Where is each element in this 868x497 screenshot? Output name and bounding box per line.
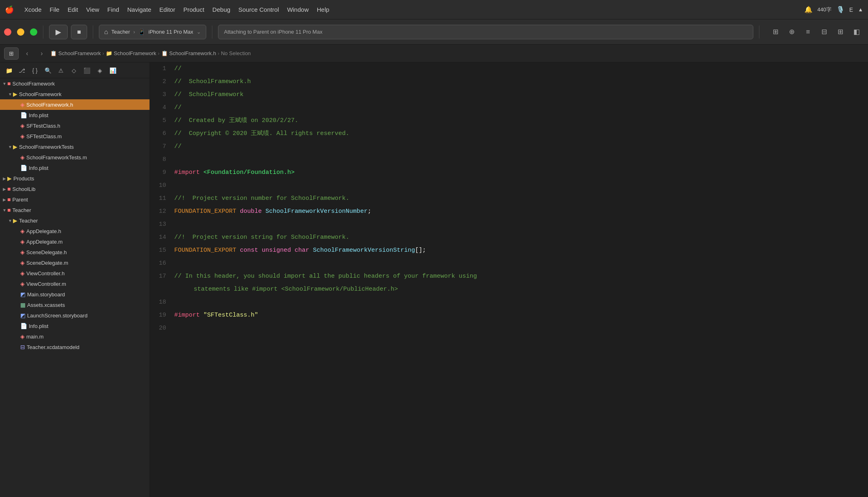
search-toolbar-button[interactable]: ⊕ bbox=[785, 25, 799, 39]
tree-appdelegate-h[interactable]: ◈ AppDelegate.h bbox=[0, 226, 150, 236]
tree-sftestclass-h[interactable]: ◈ SFTestClass.h bbox=[0, 120, 150, 131]
menu-edit[interactable]: Edit bbox=[64, 4, 82, 15]
fullscreen-button[interactable] bbox=[30, 28, 37, 36]
tree-schoolframeworktests[interactable]: ▼ ▶ SchoolFrameworkTests bbox=[0, 141, 150, 152]
menu-file[interactable]: File bbox=[46, 4, 64, 15]
menu-debug[interactable]: Debug bbox=[208, 4, 234, 15]
tree-assets-xcassets[interactable]: ▦ Assets.xcassets bbox=[0, 300, 150, 310]
disclosure-icon: ▶ bbox=[2, 176, 7, 181]
debug-button[interactable]: ⊟ bbox=[817, 25, 832, 39]
tree-appdelegate-m[interactable]: ◈ AppDelegate.m bbox=[0, 236, 150, 247]
menu-editor[interactable]: Editor bbox=[155, 4, 179, 15]
nav-debug-btn[interactable]: ⬛ bbox=[81, 66, 92, 75]
tree-sftestclass-m[interactable]: ◈ SFTestClass.m bbox=[0, 131, 150, 141]
tree-label: SFTestClass.m bbox=[26, 133, 150, 139]
tree-main-m[interactable]: ◈ main.m bbox=[0, 331, 150, 342]
tree-schoolframework-project[interactable]: ▼ ■ SchoolFramework bbox=[0, 78, 150, 89]
stop-icon: ■ bbox=[77, 28, 81, 36]
menu-find[interactable]: Find bbox=[103, 4, 123, 15]
plist-icon: 📄 bbox=[20, 165, 27, 171]
tree-label: AppDelegate.m bbox=[26, 239, 150, 245]
tree-label: Parent bbox=[12, 197, 150, 203]
breadcrumb-selection[interactable]: No Selection bbox=[221, 50, 251, 56]
tree-launchscreen-storyboard[interactable]: ◩ LaunchScreen.storyboard bbox=[0, 310, 150, 321]
project-icon: ■ bbox=[7, 196, 11, 203]
tree-scenedelegate-h[interactable]: ◈ SceneDelegate.h bbox=[0, 247, 150, 257]
tree-schoolframework-folder[interactable]: ▼ ▶ SchoolFramework bbox=[0, 89, 150, 99]
menu-window[interactable]: Window bbox=[283, 4, 312, 15]
nav-issues-btn[interactable]: ⚠ bbox=[55, 66, 66, 75]
tree-viewcontroller-m[interactable]: ◈ ViewController.m bbox=[0, 278, 150, 289]
breadcrumb-file[interactable]: 📋 SchoolFramework.h bbox=[161, 50, 216, 56]
storyboard-icon: ◩ bbox=[20, 291, 26, 298]
header-file-icon: 📋 bbox=[161, 50, 168, 56]
notification-icon[interactable]: 🔔 bbox=[804, 6, 812, 13]
tree-info-plist-1[interactable]: 📄 Info.plist bbox=[0, 110, 150, 120]
scheme-selector[interactable]: ⌂ Teacher › 📱 iPhone 11 Pro Max ⌄ bbox=[99, 25, 206, 39]
tree-viewcontroller-h[interactable]: ◈ ViewController.h bbox=[0, 268, 150, 278]
tree-products[interactable]: ▶ ▶ Products bbox=[0, 173, 150, 184]
nav-breakpoints-btn[interactable]: ◈ bbox=[94, 66, 105, 75]
menu-xcode[interactable]: Xcode bbox=[20, 4, 46, 15]
menu-source-control[interactable]: Source Control bbox=[234, 4, 283, 15]
nav-symbols-btn[interactable]: { } bbox=[29, 66, 41, 75]
minimize-button[interactable] bbox=[17, 28, 24, 36]
menu-help[interactable]: Help bbox=[313, 4, 334, 15]
nav-tests-btn[interactable]: ◇ bbox=[68, 66, 79, 75]
user-icon[interactable]: E bbox=[849, 6, 853, 13]
tree-parent[interactable]: ▶ ■ Parent bbox=[0, 194, 150, 205]
disclosure-icon: ▼ bbox=[7, 219, 13, 223]
tree-label: SchoolFramework bbox=[19, 91, 150, 97]
tree-teacher-folder[interactable]: ▼ ▶ Teacher bbox=[0, 215, 150, 226]
back-button[interactable]: ‹ bbox=[21, 47, 33, 60]
tree-label: Teacher bbox=[12, 207, 150, 213]
layout-button[interactable]: ⊞ bbox=[833, 25, 848, 39]
nav-search-btn[interactable]: 🔍 bbox=[42, 66, 53, 75]
tree-teacher-project[interactable]: ▼ ■ Teacher bbox=[0, 205, 150, 215]
project-file-icon: ■ bbox=[7, 80, 11, 87]
tree-teacher-xcdatamodeld[interactable]: ⊟ Teacher.xcdatamodeld bbox=[0, 342, 150, 352]
inspector-button[interactable]: ≡ bbox=[801, 25, 815, 39]
navigator-toggle[interactable]: ⊞ bbox=[4, 47, 19, 60]
tree-schoolframeworktests-m[interactable]: ◈ SchoolFrameworkTests.m bbox=[0, 152, 150, 163]
nav-scm-btn[interactable]: ⎇ bbox=[16, 66, 28, 75]
navigation-bar: ⊞ ‹ › 📋 SchoolFramework › 📁 SchoolFramew… bbox=[0, 45, 868, 62]
run-button[interactable]: ▶ bbox=[49, 25, 68, 39]
library-button[interactable]: ⊞ bbox=[768, 25, 783, 39]
forward-button[interactable]: › bbox=[36, 47, 48, 60]
tree-main-storyboard[interactable]: ◩ Main.storyboard bbox=[0, 289, 150, 300]
tree-info-plist-2[interactable]: 📄 Info.plist bbox=[0, 163, 150, 173]
menu-product[interactable]: Product bbox=[179, 4, 208, 15]
close-button[interactable] bbox=[4, 28, 11, 36]
tree-scenedelegate-m[interactable]: ◈ SceneDelegate.m bbox=[0, 257, 150, 268]
tree-label: SchoolFramework bbox=[12, 81, 150, 87]
storyboard-icon: ◩ bbox=[20, 312, 26, 319]
menu-navigate[interactable]: Navigate bbox=[123, 4, 155, 15]
disclosure-icon: ▶ bbox=[2, 187, 7, 191]
stop-button[interactable]: ■ bbox=[71, 25, 87, 39]
disclosure-icon: ▼ bbox=[7, 92, 13, 96]
breadcrumb-schoolframework-folder[interactable]: 📁 SchoolFramework bbox=[106, 50, 156, 56]
nav-reports-btn[interactable]: 📊 bbox=[107, 66, 118, 75]
header-icon: ◈ bbox=[20, 228, 25, 234]
tree-info-plist-3[interactable]: 📄 Info.plist bbox=[0, 321, 150, 331]
menu-bar: 🍎 Xcode File Edit View Find Navigate Edi… bbox=[0, 0, 868, 19]
datamodel-icon: ⊟ bbox=[20, 344, 25, 350]
tree-schoollib[interactable]: ▶ ■ SchoolLib bbox=[0, 184, 150, 194]
tree-schoolframework-h[interactable]: ◈ SchoolFramework.h bbox=[0, 99, 150, 110]
nav-files-btn[interactable]: 📁 bbox=[3, 66, 15, 75]
mic-icon[interactable]: 🎙️ bbox=[836, 6, 844, 13]
chevron-right-icon: › bbox=[133, 29, 135, 35]
breadcrumb-schoolframework-project[interactable]: 📋 SchoolFramework bbox=[50, 50, 101, 56]
file-navigator[interactable]: 📁 ⎇ { } 🔍 ⚠ ◇ ⬛ ◈ 📊 ▼ ■ SchoolFramework … bbox=[0, 62, 150, 497]
menu-view[interactable]: View bbox=[82, 4, 103, 15]
panel-button[interactable]: ◧ bbox=[849, 25, 864, 39]
scheme-name: Teacher bbox=[111, 29, 130, 35]
tree-label: Products bbox=[13, 176, 150, 182]
line-numbers: 1 2 3 4 5 6 7 8 9 10 11 12 13 14 15 16 1… bbox=[150, 62, 173, 335]
tree-label: Teacher.xcdatamodeld bbox=[27, 344, 150, 350]
assets-icon: ▦ bbox=[20, 302, 26, 308]
code-editor[interactable]: 1 2 3 4 5 6 7 8 9 10 11 12 13 14 15 16 1… bbox=[150, 62, 868, 497]
apple-menu[interactable]: 🍎 bbox=[5, 5, 14, 14]
breadcrumb-sep-2: › bbox=[158, 51, 160, 56]
